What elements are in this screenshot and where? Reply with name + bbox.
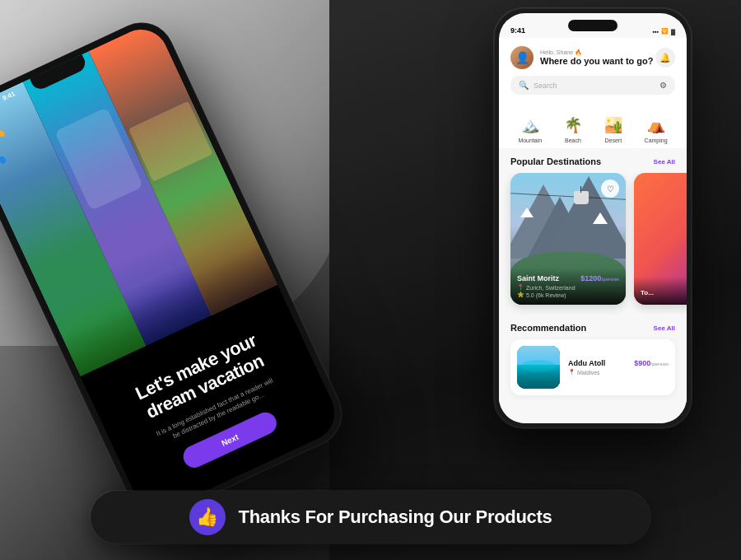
destination-overlay-1: Saint Moritz $1200/person 📍 Zurich, Swit… (510, 268, 626, 305)
header-user: Hello, Shane 🔥 Where do you want to go? (510, 46, 654, 69)
category-mountain[interactable]: 🏔️ Mountain (518, 116, 542, 143)
avatar (510, 46, 534, 69)
main-title: Where do you want to go? (540, 56, 654, 66)
dest-name-1: Saint Moritz (517, 274, 559, 282)
purchase-banner: 👍 Thanks For Purchasing Our Products (91, 491, 650, 544)
phone-right-screen: 9:41 ▪▪▪ 🛜 ▓ Hello, Shane 🔥 (499, 13, 687, 423)
dest-card-2-overlay: To... (634, 277, 687, 305)
rec-card-addu[interactable]: Addu Atoll $900/person 📍 Maldives (510, 339, 675, 395)
destination-card-2[interactable]: ♡ To... (634, 173, 687, 305)
star-icon: ⭐ (517, 292, 524, 298)
phone-right: 9:41 ▪▪▪ 🛜 ▓ Hello, Shane 🔥 (494, 8, 692, 428)
destination-card-saint-moritz[interactable]: ♡ Saint Moritz $1200/person 📍 Zurich, Sw… (510, 173, 626, 305)
phone-right-body: 9:41 ▪▪▪ 🛜 ▓ Hello, Shane 🔥 (494, 8, 692, 428)
greeting-text: Hello, Shane 🔥 (540, 49, 654, 56)
rec-name-addu: Addu Atoll (568, 359, 605, 367)
beach-label: Beach (565, 138, 581, 143)
popular-see-all[interactable]: See All (654, 158, 675, 166)
rec-price-addu: $900/person (634, 359, 669, 367)
status-icons: ▪▪▪ 🛜 ▓ (652, 28, 675, 35)
water-scene (517, 346, 560, 389)
category-camping[interactable]: ⛺ Camping (645, 116, 668, 143)
desert-icon: 🏜️ (604, 116, 622, 134)
dest-location-1: 📍 Zurich, Switzerland (517, 284, 619, 291)
battery-icon: ▓ (671, 29, 675, 35)
notification-bell-icon[interactable]: 🔔 (655, 48, 675, 68)
app-header: Hello, Shane 🔥 Where do you want to go? … (499, 38, 687, 106)
signal-icon: ▪▪▪ (652, 29, 658, 35)
camping-label: Camping (645, 138, 668, 143)
header-top: Hello, Shane 🔥 Where do you want to go? … (510, 46, 675, 69)
thumbs-up-emoji: 👍 (196, 506, 218, 528)
dest-name-2: To... (641, 289, 654, 296)
dest-price-1: $1200/person (580, 274, 619, 282)
rec-image-addu (517, 346, 560, 389)
mountain-icon: 🏔️ (521, 116, 539, 134)
popular-section-header: Popular Destinations See All (499, 148, 687, 173)
camping-icon: ⛺ (647, 116, 665, 134)
categories-row: 🏔️ Mountain 🌴 Beach 🏜️ Desert ⛺ Camping (499, 106, 687, 148)
rec-info-addu: Addu Atoll $900/person 📍 Maldives (568, 359, 669, 376)
desert-label: Desert (604, 138, 622, 143)
recommendation-see-all[interactable]: See All (654, 324, 675, 332)
status-time: 9:41 (510, 26, 525, 35)
heart-button-1[interactable]: ♡ (601, 180, 619, 198)
banner-text: Thanks For Purchasing Our Products (239, 506, 552, 528)
filter-icon[interactable]: ⚙ (659, 81, 667, 90)
user-info: Hello, Shane 🔥 Where do you want to go? (540, 49, 654, 66)
recommendations-section: Recommendation See All (499, 315, 687, 412)
destinations-scroll[interactable]: ♡ Saint Moritz $1200/person 📍 Zurich, Sw… (499, 173, 687, 315)
app-content[interactable]: Hello, Shane 🔥 Where do you want to go? … (499, 38, 687, 423)
category-beach[interactable]: 🌴 Beach (564, 116, 582, 143)
recommendation-title: Recommendation (510, 323, 586, 333)
wifi-icon: 🛜 (661, 28, 669, 35)
search-bar[interactable]: 🔍 Search ⚙ (510, 76, 675, 95)
rec-location-addu: 📍 Maldives (568, 369, 669, 376)
mountain-label: Mountain (518, 138, 542, 143)
dynamic-island (568, 20, 618, 31)
thumbs-up-icon: 👍 (189, 499, 226, 535)
search-icon: 🔍 (519, 81, 529, 90)
recommendation-section-header: Recommendation See All (499, 315, 687, 339)
category-desert[interactable]: 🏜️ Desert (604, 116, 622, 143)
dest-rating-1: ⭐ 5.0 (6k Review) (517, 292, 619, 298)
search-input[interactable]: Search (534, 82, 655, 90)
rec-location-pin-icon: 📍 (568, 369, 576, 376)
popular-section-title: Popular Destinations (510, 156, 601, 166)
beach-icon: 🌴 (564, 116, 582, 134)
location-pin-icon: 📍 (517, 284, 524, 291)
